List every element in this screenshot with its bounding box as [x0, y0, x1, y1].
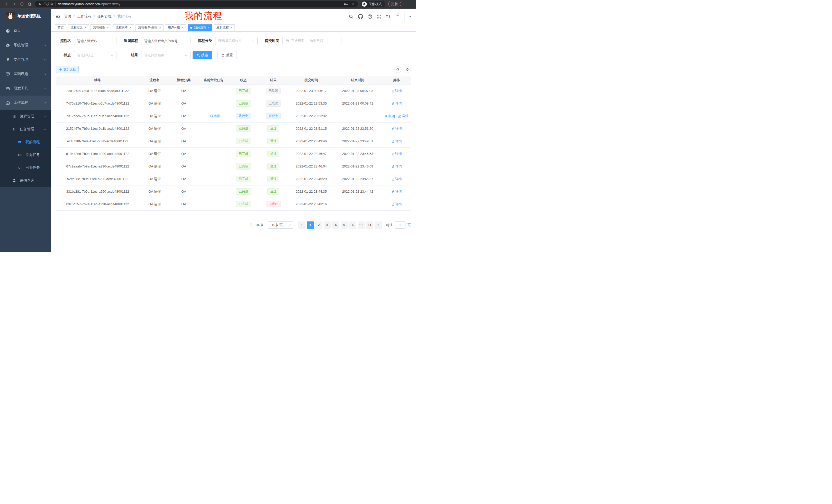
- tab-home[interactable]: 首页: [55, 24, 66, 31]
- detail-link[interactable]: 详情: [391, 151, 402, 156]
- sidebar-logo[interactable]: 芋道管理系统: [0, 9, 51, 24]
- page-size-select[interactable]: 10条/页: [268, 221, 293, 229]
- cancel-link[interactable]: 取消: [384, 114, 395, 118]
- goto-page-input[interactable]: [395, 221, 406, 229]
- table-row: ec45f38f-7b9a-11ec-b03b-acde48001122 OA …: [56, 135, 411, 147]
- forward-icon[interactable]: [10, 1, 18, 7]
- close-icon[interactable]: ×: [129, 26, 131, 30]
- bookmark-star-icon[interactable]: ☆: [352, 2, 355, 6]
- detail-link[interactable]: 详情: [391, 177, 402, 181]
- tab-process-form[interactable]: 流程表单×: [113, 24, 134, 31]
- sidebar-item-process-mgmt[interactable]: 流程管理: [0, 110, 51, 123]
- home-icon[interactable]: [26, 1, 33, 7]
- update-button[interactable]: 更新: [388, 1, 404, 7]
- detail-link[interactable]: 详情: [391, 101, 402, 106]
- detail-link[interactable]: 详情: [391, 189, 402, 194]
- sidebar-item-infra[interactable]: 基础设施: [0, 67, 51, 81]
- detail-link[interactable]: 详情: [391, 89, 402, 93]
- key-icon[interactable]: [344, 2, 348, 6]
- sidebar-item-devtools[interactable]: 研发工具: [0, 81, 51, 95]
- search-icon[interactable]: [349, 14, 354, 19]
- sidebar-item-my-process[interactable]: 我的流程: [0, 136, 51, 148]
- goto-label: 前往: [386, 223, 393, 227]
- close-icon[interactable]: ×: [208, 26, 210, 30]
- status-badge: 已完成: [236, 188, 251, 195]
- process-name-input[interactable]: [74, 37, 116, 45]
- avatar[interactable]: [395, 12, 405, 21]
- page-more-button[interactable]: •••: [358, 221, 365, 229]
- page-button-5[interactable]: 5: [341, 221, 348, 229]
- status-label: 状态: [56, 53, 71, 58]
- browser-menu-icon[interactable]: [400, 2, 400, 6]
- page-button-11[interactable]: 11: [366, 221, 373, 229]
- detail-link[interactable]: 详情: [391, 164, 402, 169]
- current-task-link[interactable]: 一级审批: [207, 114, 220, 118]
- tab-process-definition[interactable]: 流程定义×: [68, 24, 89, 31]
- reset-button[interactable]: 重置: [217, 51, 237, 59]
- table-search-icon[interactable]: [394, 66, 401, 73]
- fullscreen-icon[interactable]: [377, 14, 382, 19]
- result-badge: 不通过: [266, 201, 281, 207]
- yen-icon: ¥: [5, 57, 10, 62]
- sidebar-item-system[interactable]: 系统管理: [0, 38, 51, 52]
- help-icon[interactable]: [367, 14, 372, 19]
- back-icon[interactable]: [3, 1, 10, 7]
- user-icon: [11, 178, 17, 183]
- sidebar-item-todo-tasks[interactable]: 待办任务: [0, 148, 51, 161]
- process-id: 819442e8-7b9a-11ec-a290-acde48001122: [56, 147, 139, 160]
- process-id: 03c6c157-7b9a-11ec-a290-acde48001122: [56, 198, 139, 211]
- breadcrumb-task-mgmt[interactable]: 任务管理: [97, 14, 111, 19]
- github-icon[interactable]: [358, 14, 363, 19]
- detail-link[interactable]: 详情: [391, 202, 402, 206]
- reload-icon[interactable]: [18, 1, 26, 7]
- detail-link[interactable]: 详情: [391, 127, 402, 131]
- page-button-1[interactable]: 1: [307, 221, 314, 229]
- breadcrumb-workflow[interactable]: 工作流程: [77, 14, 92, 19]
- result-label: 结果: [123, 53, 138, 58]
- tab-process-model[interactable]: 流程模型×: [90, 24, 111, 31]
- page-button-2[interactable]: 2: [315, 221, 322, 229]
- table-row: 03c6c157-7b9a-11ec-a290-acde48001122 OA …: [56, 198, 411, 211]
- detail-link[interactable]: 详情: [398, 114, 409, 118]
- sidebar-item-task-mgmt[interactable]: 任务管理: [0, 123, 51, 136]
- close-icon[interactable]: ×: [159, 26, 161, 30]
- create-process-button[interactable]: 发起流程: [56, 66, 79, 73]
- sidebar-item-payment[interactable]: ¥ 支付管理: [0, 52, 51, 67]
- process-def-input[interactable]: [141, 37, 190, 45]
- result-select[interactable]: 请选择流结果: [141, 51, 190, 59]
- table-refresh-icon[interactable]: [404, 66, 411, 73]
- sidebar-item-leave-query[interactable]: 请假查询: [0, 174, 51, 187]
- tab-process-form-edit[interactable]: 流程表单-编辑×: [135, 24, 164, 31]
- sidebar-collapse-icon[interactable]: [55, 14, 60, 19]
- url-bar[interactable]: 不安全 dashboard.yudao.iocoder.cn /bpm/task…: [35, 1, 358, 7]
- page-button-3[interactable]: 3: [324, 221, 331, 229]
- breadcrumb-home[interactable]: 首页: [64, 14, 72, 19]
- font-size-icon[interactable]: TT: [386, 14, 391, 19]
- date-range-input[interactable]: 开始日期 - 结束日期: [282, 37, 341, 45]
- prev-page-button[interactable]: [298, 221, 306, 229]
- page-button-4[interactable]: 4: [332, 221, 339, 229]
- table-row: 52ffd28e-7b9a-11ec-a290-acde48001122 OA …: [56, 173, 411, 185]
- tab-start-process[interactable]: 发起流程×: [214, 24, 235, 31]
- tab-my-process[interactable]: 我的流程×: [188, 24, 212, 31]
- search-button[interactable]: 搜索: [192, 51, 212, 59]
- chevron-down-icon[interactable]: ▼: [409, 15, 411, 18]
- close-icon[interactable]: ×: [182, 26, 184, 30]
- sidebar-item-home[interactable]: 首页: [0, 24, 51, 38]
- process-id: 2152467e-7b9b-11ec-9a1b-acde48001122: [56, 122, 139, 135]
- close-icon[interactable]: ×: [107, 26, 109, 30]
- chevron-up-icon: [44, 102, 47, 104]
- chevron-down-icon: [44, 58, 47, 61]
- sidebar-item-done-tasks[interactable]: 已办任务: [0, 161, 51, 174]
- detail-link[interactable]: 详情: [391, 139, 402, 144]
- status-select[interactable]: 请选择状态: [74, 51, 116, 59]
- next-page-button[interactable]: [374, 221, 382, 229]
- category-select[interactable]: 请选择流程分类: [215, 37, 258, 45]
- incognito-label: 无痕模式: [369, 2, 382, 6]
- tab-user-group[interactable]: 用户分组×: [165, 24, 186, 31]
- page-button-6[interactable]: 6: [349, 221, 356, 229]
- close-icon[interactable]: ×: [230, 26, 232, 30]
- security-label[interactable]: 不安全: [44, 2, 53, 6]
- sidebar-item-workflow[interactable]: 工作流程: [0, 95, 51, 110]
- close-icon[interactable]: ×: [84, 26, 86, 30]
